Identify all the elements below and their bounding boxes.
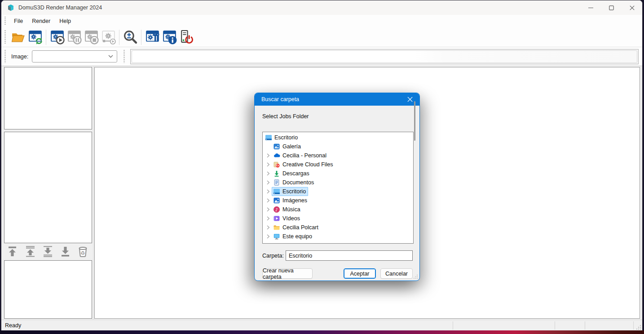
toolbar-gripper[interactable] (4, 30, 6, 44)
move-up-icon[interactable] (23, 245, 37, 258)
status-message: Ready (5, 322, 21, 329)
open-folder-icon[interactable] (9, 29, 26, 46)
tree-item-label: Vídeos (282, 215, 300, 222)
browse-folder-dialog: Buscar carpeta Select Jobs Folder Escrit… (254, 93, 420, 281)
render-settings-icon[interactable] (144, 29, 161, 46)
dialog-titlebar[interactable]: Buscar carpeta (255, 93, 419, 106)
move-down-icon[interactable] (41, 245, 54, 258)
dialog-title: Buscar carpeta (261, 96, 299, 102)
folder-name-value: Escritorio (289, 253, 312, 259)
documents-icon (273, 179, 280, 186)
ok-button[interactable]: Aceptar (344, 268, 376, 279)
imagebar-gripper[interactable] (4, 50, 6, 63)
status-separator (633, 321, 634, 330)
folder-field-label: Carpeta: (262, 253, 286, 259)
maximize-button[interactable] (601, 0, 622, 15)
svg-text:♪: ♪ (275, 207, 278, 212)
chevron-right-icon[interactable] (265, 216, 272, 221)
dialog-subtitle: Select Jobs Folder (262, 113, 419, 120)
image-label: Image: (11, 53, 28, 60)
tree-item[interactable]: Escritorio (263, 133, 413, 142)
tree-item-selection[interactable]: CcCreative Cloud Files (272, 160, 335, 169)
tree-item-selection[interactable]: Bibliotecas (272, 241, 312, 244)
menu-file[interactable]: File (9, 16, 27, 26)
chevron-right-icon[interactable] (265, 162, 272, 167)
close-button[interactable] (622, 0, 642, 15)
chevron-right-icon[interactable] (265, 198, 272, 203)
tree-item-selection[interactable]: Imágenes (272, 196, 309, 205)
dialog-resize-grip[interactable] (413, 274, 418, 279)
chevron-right-icon[interactable] (265, 180, 272, 185)
folder-field-row: Carpeta: Escritorio (262, 250, 413, 261)
cancel-button[interactable]: Cancelar (380, 268, 413, 279)
status-separator (585, 321, 585, 330)
stop-render-icon (83, 29, 100, 46)
tree-item-selection[interactable]: Galería (272, 142, 303, 151)
dialog-buttons: Crear nueva carpeta Aceptar Cancelar (262, 268, 413, 279)
window-title: DomuS3D Render Manager 2024 (18, 4, 102, 11)
zoom-preview-icon[interactable] (122, 29, 139, 46)
tree-item-selection[interactable]: Vídeos (272, 214, 302, 223)
toolbar-separator (46, 30, 46, 45)
menu-help[interactable]: Help (55, 16, 75, 26)
tree-item[interactable]: Este equipo (263, 232, 413, 241)
chevron-right-icon[interactable] (265, 225, 272, 230)
tree-item-selection[interactable]: Escritorio (272, 187, 308, 196)
delete-job-icon[interactable]: ♻ (76, 245, 89, 258)
refresh-jobs-icon[interactable] (26, 29, 44, 46)
tree-item-selection[interactable]: ♪Música (272, 205, 303, 214)
tree-item-selection[interactable]: Este equipo (272, 232, 314, 241)
tree-item[interactable]: ♪Música (263, 205, 413, 214)
chevron-right-icon[interactable] (265, 243, 272, 244)
tree-item[interactable]: Vídeos (263, 214, 413, 223)
tree-item[interactable]: Cecilia - Personal (263, 151, 413, 160)
tree-item[interactable]: Imágenes (263, 196, 413, 205)
menu-render[interactable]: Render (27, 16, 55, 26)
statusbar: Ready (1, 320, 642, 331)
start-render-icon[interactable] (49, 29, 66, 46)
image-dropdown[interactable] (32, 50, 117, 62)
shutdown-after-render-icon[interactable] (178, 29, 195, 46)
render-info-icon[interactable] (161, 29, 178, 46)
tree-item[interactable]: CcCreative Cloud Files (263, 160, 413, 169)
videos-icon (273, 215, 280, 222)
tree-item[interactable]: Bibliotecas (263, 241, 413, 244)
chevron-right-icon[interactable] (265, 234, 272, 239)
folder-name-input[interactable]: Escritorio (286, 250, 413, 261)
move-to-bottom-icon[interactable] (58, 245, 72, 258)
progress-gripper[interactable] (124, 50, 125, 63)
minimize-button[interactable] (580, 0, 601, 15)
chevron-right-icon[interactable] (265, 153, 272, 158)
tree-item[interactable]: Escritorio (263, 187, 413, 196)
folder-icon (273, 242, 280, 244)
move-to-top-icon[interactable] (6, 245, 19, 258)
chevron-right-icon[interactable] (265, 207, 272, 212)
tree-item-label: Documentos (282, 179, 314, 186)
tree-item[interactable]: Galería (263, 142, 413, 151)
tree-item[interactable]: Cecilia Polcart (263, 223, 413, 232)
chevron-right-icon[interactable] (265, 189, 272, 194)
render-queue-icon (100, 29, 117, 46)
status-separator (453, 321, 453, 330)
downloads-icon (273, 170, 280, 177)
dialog-close-icon[interactable] (405, 94, 415, 104)
app-logo-icon (7, 4, 15, 12)
menubar-gripper[interactable] (4, 17, 6, 26)
tree-scrollbar-thumb[interactable] (414, 101, 415, 141)
tree-item-selection[interactable]: Descargas (272, 169, 312, 178)
image-bar: Image: (1, 47, 642, 66)
tree-item-selection[interactable]: Documentos (272, 178, 316, 187)
tree-item-selection[interactable]: Cecilia - Personal (272, 151, 329, 160)
titlebar: DomuS3D Render Manager 2024 (1, 0, 642, 15)
toolbar-separator (141, 30, 141, 45)
chevron-right-icon[interactable] (265, 171, 272, 176)
svg-text:♻: ♻ (80, 250, 85, 256)
resize-grip[interactable] (636, 325, 641, 330)
new-folder-button[interactable]: Crear nueva carpeta (262, 268, 313, 279)
tree-item-label: Galería (282, 143, 301, 150)
tree-item[interactable]: Descargas (263, 169, 413, 178)
tree-item[interactable]: Documentos (263, 178, 413, 187)
tree-item-selection[interactable]: Cecilia Polcart (272, 223, 321, 232)
tree-item-label: Este equipo (282, 233, 312, 240)
tree-item-selection[interactable]: Escritorio (264, 133, 300, 142)
